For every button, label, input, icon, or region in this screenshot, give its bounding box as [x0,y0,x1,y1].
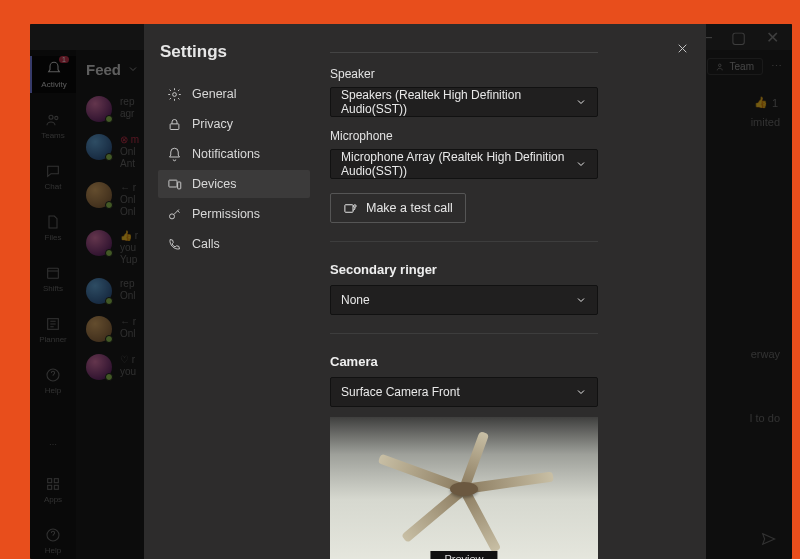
svg-rect-16 [345,204,353,212]
key-icon [166,206,182,222]
camera-preview: Preview [330,417,598,559]
gear-icon [166,86,182,102]
chevron-down-icon [575,294,587,306]
nav-devices[interactable]: Devices [158,170,310,198]
nav-calls[interactable]: Calls [158,230,310,258]
dropdown-value: Microphone Array (Realtek High Definitio… [341,150,575,178]
secondary-ringer-heading: Secondary ringer [330,262,680,277]
test-call-icon [343,201,358,216]
nav-label: Calls [192,237,220,251]
settings-content: Speaker Speakers (Realtek High Definitio… [316,24,706,559]
make-test-call-button[interactable]: Make a test call [330,193,466,223]
divider [330,52,598,53]
svg-point-11 [172,92,176,96]
nav-label: Notifications [192,147,260,161]
divider [330,333,598,334]
nav-label: General [192,87,236,101]
devices-icon [166,176,182,192]
chevron-down-icon [575,96,587,108]
dropdown-value: Speakers (Realtek High Definition Audio(… [341,88,575,116]
svg-point-15 [169,213,174,218]
nav-label: Privacy [192,117,233,131]
dropdown-value: Surface Camera Front [341,385,460,399]
speaker-label: Speaker [330,67,680,81]
svg-rect-13 [168,180,176,187]
nav-permissions[interactable]: Permissions [158,200,310,228]
speaker-dropdown[interactable]: Speakers (Realtek High Definition Audio(… [330,87,598,117]
preview-label: Preview [430,551,497,559]
chevron-down-icon [575,386,587,398]
dropdown-value: None [341,293,370,307]
lock-icon [166,116,182,132]
settings-nav: Settings General Privacy Notifications D… [144,24,316,559]
camera-dropdown[interactable]: Surface Camera Front [330,377,598,407]
svg-rect-12 [170,123,179,129]
nav-privacy[interactable]: Privacy [158,110,310,138]
microphone-label: Microphone [330,129,680,143]
chevron-down-icon [575,158,587,170]
microphone-dropdown[interactable]: Microphone Array (Realtek High Definitio… [330,149,598,179]
divider [330,241,598,242]
settings-title: Settings [158,42,310,62]
settings-modal: Settings General Privacy Notifications D… [144,24,706,559]
svg-point-17 [354,204,357,207]
modal-overlay: Settings General Privacy Notifications D… [30,24,792,559]
nav-general[interactable]: General [158,80,310,108]
button-label: Make a test call [366,201,453,215]
phone-icon [166,236,182,252]
nav-notifications[interactable]: Notifications [158,140,310,168]
nav-label: Devices [192,177,236,191]
secondary-ringer-dropdown[interactable]: None [330,285,598,315]
nav-label: Permissions [192,207,260,221]
svg-rect-14 [177,182,180,189]
camera-heading: Camera [330,354,680,369]
bell-icon [166,146,182,162]
